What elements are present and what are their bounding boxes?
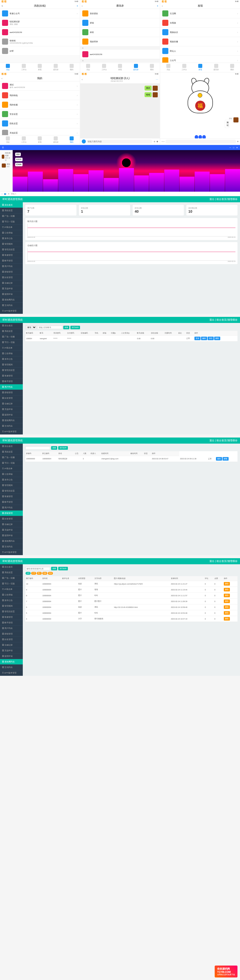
nav-item[interactable]: ☰ 朋友圈列表 <box>0 659 23 665</box>
contacts-icon[interactable]: 👥 <box>4 193 6 195</box>
tab-work[interactable]: 工作台 <box>96 63 112 72</box>
nav-item[interactable]: ☰ IP黑名单 <box>0 345 23 351</box>
clear-button[interactable]: 清空条件 <box>58 567 68 570</box>
search-button[interactable]: 搜索 <box>51 446 57 450</box>
search-input[interactable] <box>25 567 50 570</box>
nav-item[interactable]: ☰ 发布公告 <box>0 598 23 603</box>
search-select[interactable]: 帐号 <box>25 326 36 329</box>
nav-item[interactable]: ☰ 节日～话题 <box>0 581 23 587</box>
wallet-item[interactable]: 我的钱包› <box>0 91 80 100</box>
nav-item[interactable]: ☰ 广告～轮播 <box>0 576 23 581</box>
nav-item[interactable]: ☰ 朋友圈列表 <box>0 538 23 544</box>
nav-item[interactable]: ☰ 系统设置 <box>0 449 23 455</box>
nav-item[interactable]: ☰ APP版本管理 <box>0 550 23 555</box>
nav-item[interactable]: ☰ 广告～轮播 <box>0 334 23 340</box>
nav-item[interactable]: ☰ 后台首页 <box>0 564 23 570</box>
filter-tab[interactable]: 文字 <box>31 572 36 575</box>
op-button[interactable]: 解散 <box>223 457 229 461</box>
msg-item[interactable]: 哈哈哈GD424328158-1g@my2168a <box>0 37 80 46</box>
table-row[interactable]: 5100000004图片哈哈2023-02-24 10:54:4800删除 <box>25 610 237 616</box>
nav-item[interactable]: ☰ 客服管理 <box>0 253 23 258</box>
discover-item[interactable]: 生活圈› <box>160 9 240 18</box>
msg-item[interactable]: aa424328158 <box>0 28 80 37</box>
nav-item[interactable]: ☰ IP黑名单 <box>0 587 23 592</box>
search-button[interactable]: 搜索 <box>63 326 69 329</box>
nav-item[interactable]: ☰ 公告审核 <box>0 351 23 356</box>
nav-item[interactable]: ☰ 系统设置 <box>0 570 23 576</box>
nav-item[interactable]: ☰ APP版本管理 <box>0 308 23 314</box>
table-row[interactable]: 8100000004图片哈哈2023-02-24 11:11:5700删除 <box>25 593 237 598</box>
nav-item[interactable]: ☰ APP版本管理 <box>0 429 23 434</box>
clear-button[interactable]: 清空条件 <box>58 446 68 450</box>
nav-item[interactable]: ☰ 帐号管理 <box>0 379 23 384</box>
admin-toplinks[interactable]: 退出 | 前台首页/清理缓存 <box>209 197 237 201</box>
delete-button[interactable]: 删除 <box>224 605 230 609</box>
close-icon[interactable]: ✕ <box>236 146 238 149</box>
nav-item[interactable]: ☰ 充值申请 <box>0 648 23 654</box>
table-row[interactable]: 4100000004文字我可能睡觉2023-02-24 10:47:1900删除 <box>25 616 237 622</box>
nav-item[interactable]: ☰ 用户列表 <box>0 264 23 269</box>
chat-input[interactable] <box>87 140 153 143</box>
nav-item[interactable]: ☰ 群组管理 <box>0 390 23 395</box>
nav-item[interactable]: ☰ 管理员设置 <box>0 488 23 494</box>
nav-item[interactable]: ☰ 发布公告 <box>0 477 23 483</box>
nav-item[interactable]: ☰ 充值申请 <box>0 527 23 533</box>
search-input[interactable] <box>25 446 50 450</box>
nav-item[interactable]: ☰ 管理员设置 <box>0 609 23 614</box>
op-button[interactable]: 登录 <box>194 337 201 340</box>
nav-item[interactable]: ☰ 互动列表 <box>0 303 23 308</box>
nav-item[interactable]: ☰ 管理规则 <box>0 603 23 609</box>
table-row[interactable]: 100004wangwei************0.000.00正常登录 编辑… <box>25 336 237 342</box>
nav-item[interactable]: ☰ 管理规则 <box>0 483 23 488</box>
msg-item[interactable]: 好呀 <box>0 46 80 56</box>
back-icon[interactable]: ‹ <box>82 78 82 81</box>
nav-item[interactable]: ☰ 充值申请 <box>0 286 23 291</box>
nav-item[interactable]: ☰ 帐号管理 <box>0 258 23 264</box>
nav-item[interactable]: ☰ 提现申请 <box>0 412 23 418</box>
nav-item[interactable]: ☰ 公告审核 <box>0 471 23 477</box>
tab-contacts[interactable]: 通讯录 <box>48 63 64 72</box>
tab-work[interactable]: 工作台 <box>16 135 32 145</box>
home-icon[interactable]: ⌂ <box>2 193 3 195</box>
tab-me[interactable]: 我的 <box>224 63 240 72</box>
nav-item[interactable]: ☰ 提现申请 <box>0 654 23 659</box>
op-button[interactable]: 冻结 <box>208 337 214 340</box>
nav-item[interactable]: ☰ 提现申请 <box>0 533 23 538</box>
nav-item[interactable]: ☰ IP黑名单 <box>0 224 23 230</box>
back-icon[interactable]: < <box>2 5 3 7</box>
discover-item[interactable]: 视频会议› <box>160 28 240 37</box>
nav-item[interactable]: ☰ 互动列表 <box>0 544 23 550</box>
maximize-icon[interactable]: □ <box>233 146 234 149</box>
tab-contacts[interactable]: 通讯录 <box>208 63 224 72</box>
nav-item[interactable]: ☰ 金融记录 <box>0 401 23 407</box>
op-button[interactable]: 编辑 <box>216 457 222 461</box>
tab-discover[interactable]: 发现 <box>32 135 48 145</box>
nav-item[interactable]: ☰ 节日～话题 <box>0 460 23 466</box>
tab-msg[interactable]: 消息 <box>0 135 16 145</box>
nav-item[interactable]: ☰ 用户列表 <box>0 625 23 631</box>
nav-item[interactable]: ☰ 公告审核 <box>0 592 23 598</box>
discover-item[interactable]: 短视频› <box>160 18 240 28</box>
nav-item[interactable]: ☰ APP版本管理 <box>0 670 23 676</box>
tab-contacts[interactable]: 通讯录 <box>128 63 144 72</box>
nav-item[interactable]: ☰ 后台首页 <box>0 444 23 449</box>
delete-button[interactable]: 删除 <box>224 617 230 620</box>
add-icon[interactable]: + <box>77 5 78 7</box>
add-icon[interactable]: + <box>157 5 158 7</box>
admin-toplinks[interactable]: 退出 | 前台首页/清理缓存 <box>209 318 237 322</box>
nav-item[interactable]: ☰ 互动列表 <box>0 423 23 429</box>
nav-item[interactable]: ☰ 客服管理 <box>0 494 23 500</box>
table-row[interactable]: 10100000004链接测试https://yq.aliyun.com/art… <box>25 581 237 587</box>
nav-item[interactable]: ☰ 朋友圈列表 <box>0 297 23 303</box>
nav-item[interactable]: ☰ 广告～轮播 <box>0 213 23 219</box>
nav-item[interactable]: ☰ 节日～话题 <box>0 340 23 345</box>
profile-card[interactable]: 测试账号: aa424328158› <box>0 81 80 91</box>
minimize-icon[interactable]: ─ <box>229 146 231 149</box>
op-button[interactable]: 编辑 <box>201 337 207 340</box>
nav-item[interactable]: ☰ 公告审核 <box>0 230 23 236</box>
nav-item[interactable]: ☰ 用户列表 <box>0 384 23 390</box>
table-row[interactable]: 9100000004图片看看2023-02-24 11:15:4400删除 <box>25 587 237 593</box>
tab-work[interactable]: 工作台 <box>16 63 32 72</box>
tab-me[interactable]: 我的 <box>144 63 160 72</box>
filter-tab[interactable]: 图片 <box>37 572 42 575</box>
